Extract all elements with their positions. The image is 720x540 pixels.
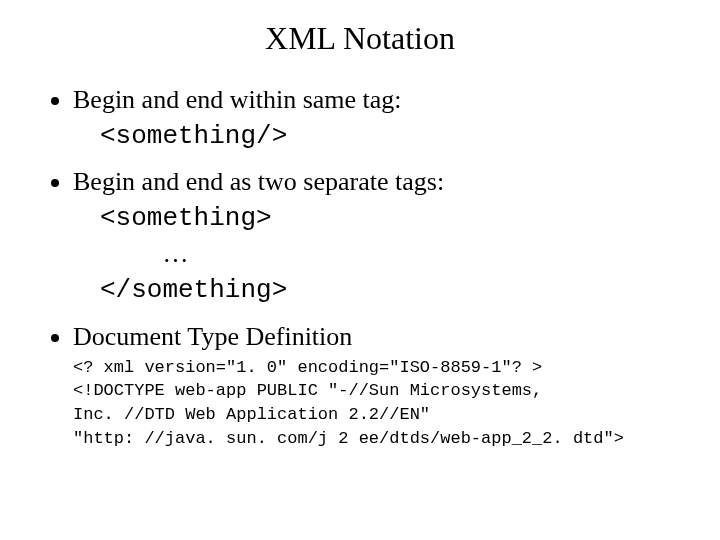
dtd-code: <? xml version="1. 0" encoding="ISO-8859… [73,356,675,451]
code-line: </something> [100,275,287,305]
bullet-list: Begin and end within same tag: [45,82,675,117]
bullet-list: Document Type Definition [45,319,675,354]
bullet-1: Begin and end within same tag: [73,82,675,117]
slide-title: XML Notation [45,20,675,57]
code-block-1: <something/> [100,119,675,154]
slide: XML Notation Begin and end within same t… [0,0,720,471]
code-line [100,240,162,270]
code-line: Inc. //DTD Web Application 2.2//EN" [73,405,430,424]
bullet-3: Document Type Definition [73,319,675,354]
code-line: "http: //java. sun. com/j 2 ee/dtds/web-… [73,429,624,448]
code-block-2: <something> … </something> [100,201,675,308]
code-line: <something> [100,203,272,233]
bullet-list: Begin and end as two separate tags: [45,164,675,199]
code-line: <? xml version="1. 0" encoding="ISO-8859… [73,358,542,377]
code-line: <!DOCTYPE web-app PUBLIC "-//Sun Microsy… [73,381,542,400]
bullet-2: Begin and end as two separate tags: [73,164,675,199]
ellipsis: … [162,239,188,268]
